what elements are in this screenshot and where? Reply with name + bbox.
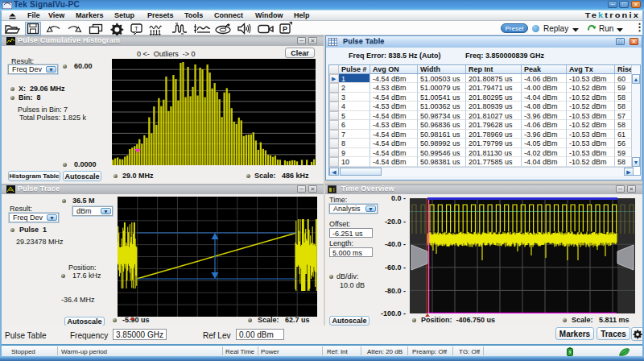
svg-text:T: T: [134, 25, 138, 32]
svg-text:P: P: [283, 25, 287, 33]
